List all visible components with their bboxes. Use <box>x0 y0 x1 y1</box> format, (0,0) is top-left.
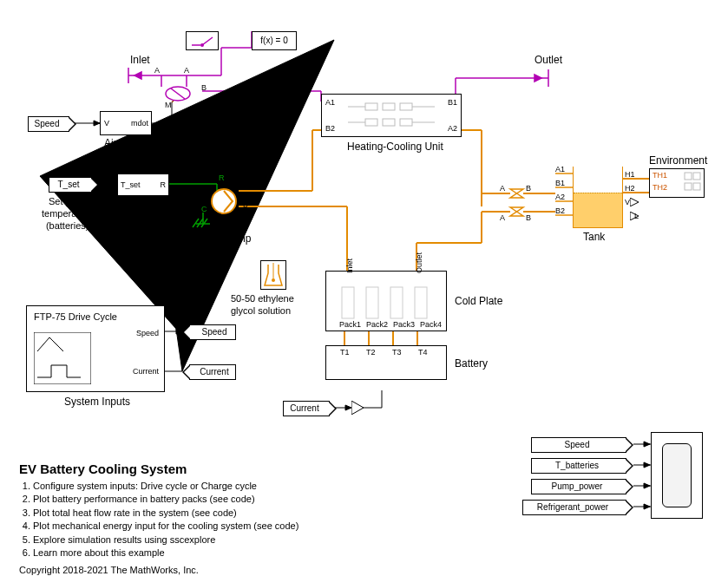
goto-current-tag[interactable]: Current <box>189 364 236 380</box>
from-speed-tag[interactable]: Speed <box>28 116 69 132</box>
system-inputs-block[interactable]: FTP-75 Drive Cycle Speed Current <box>26 305 165 392</box>
from-current-tag[interactable]: Current <box>283 401 330 416</box>
pump-port-c: C <box>201 205 207 213</box>
orif1-b: B <box>526 184 531 193</box>
svg-rect-75 <box>383 103 395 110</box>
svg-marker-34 <box>644 483 650 488</box>
svg-rect-96 <box>34 332 91 384</box>
step-4[interactable]: Plot mechanical energy input for the coo… <box>33 520 298 531</box>
svg-marker-36 <box>644 504 650 509</box>
pump-icon <box>208 186 239 217</box>
svg-marker-91 <box>351 401 364 415</box>
set-point-label: Set point temperature (batteries) <box>42 196 93 232</box>
step-1[interactable]: Configure system inputs: Drive cycle or … <box>33 481 257 491</box>
pump-label: Pump <box>224 232 251 245</box>
sysin-port-current: Current <box>133 367 159 376</box>
air-stream-label: Air Stream <box>104 137 154 149</box>
svg-line-71 <box>202 37 213 45</box>
svg-rect-87 <box>342 287 354 318</box>
svg-rect-79 <box>400 119 412 126</box>
outlet-label: Outlet <box>535 54 562 66</box>
valve-port-a: A <box>154 66 160 75</box>
tank-port-b1: B1 <box>555 179 565 187</box>
svg-rect-88 <box>366 287 378 318</box>
valve-port-m: M <box>165 101 172 109</box>
converter-block[interactable] <box>351 401 364 415</box>
air-stream-port-v: V <box>104 119 109 128</box>
step-2[interactable]: Plot battery performance in battery pack… <box>33 494 255 504</box>
cold-plate-internal-icon <box>326 272 446 331</box>
controller-port-tset: T_set <box>121 180 141 189</box>
diagram-title: EV Battery Cooling System <box>19 461 298 476</box>
svg-marker-30 <box>644 442 650 447</box>
svg-rect-78 <box>383 119 395 126</box>
tank-port-h2: H2 <box>625 184 635 193</box>
steps-list: Configure system inputs: Drive cycle or … <box>19 480 298 560</box>
controller-block[interactable]: T_set R <box>117 173 169 196</box>
svg-rect-90 <box>415 287 427 318</box>
controller-port-r: R <box>161 180 167 189</box>
orif1-a: A <box>500 184 505 193</box>
heating-cooling-label: Heating-Cooling Unit <box>347 141 443 153</box>
valve-port-a2: A <box>184 66 189 75</box>
pump-block[interactable] <box>208 186 239 217</box>
svg-marker-32 <box>644 462 650 468</box>
wave-icon <box>34 332 91 384</box>
battery-block[interactable]: T1 T2 T3 T4 <box>325 345 447 380</box>
from-scope-ref[interactable]: Refrigerant_power <box>522 500 626 515</box>
pump-port-b: B <box>243 203 248 212</box>
svg-line-42 <box>197 219 203 227</box>
svg-marker-22 <box>176 329 182 334</box>
air-stream-block[interactable]: V mdot <box>100 111 152 135</box>
tank-port-a1: A1 <box>555 165 565 173</box>
svg-line-43 <box>201 219 207 227</box>
inlet-label: Inlet <box>130 54 150 66</box>
svg-rect-93 <box>693 173 700 180</box>
fluid-props-block[interactable] <box>260 260 286 290</box>
svg-point-86 <box>272 278 275 282</box>
from-scope-tbat[interactable]: T_batteries <box>531 458 626 474</box>
solver-config-block[interactable]: f(x) = 0 <box>252 31 297 50</box>
tri-icon-l <box>630 212 642 220</box>
svg-rect-76 <box>400 103 412 110</box>
cold-plate-label: Cold Plate <box>455 295 502 307</box>
from-scope-speed[interactable]: Speed <box>531 437 626 453</box>
copyright-text: Copyright 2018-2021 The MathWorks, Inc. <box>19 565 298 575</box>
step-5[interactable]: Explore simulation results using sscexpl… <box>33 534 215 545</box>
heating-cooling-block[interactable]: A1 B2 B1 A2 <box>321 94 462 137</box>
tank-block[interactable] <box>573 167 623 228</box>
svg-rect-89 <box>390 287 403 318</box>
beaker-icon <box>261 261 285 289</box>
orif2-b: B <box>526 213 531 222</box>
step-6[interactable]: Learn more about this example <box>33 547 165 558</box>
bat-port-t2: T2 <box>366 348 376 357</box>
tank-port-a2: A2 <box>555 193 565 201</box>
switch-icon <box>187 32 218 49</box>
orif2-a: A <box>500 213 505 222</box>
svg-marker-1 <box>134 72 141 79</box>
environment-label: Environment <box>649 154 707 167</box>
svg-marker-14 <box>535 75 541 82</box>
svg-marker-98 <box>630 212 639 220</box>
svg-marker-97 <box>630 198 639 206</box>
drive-cycle-text: FTP-75 Drive Cycle <box>34 311 117 322</box>
environment-block[interactable]: TH1 TH2 <box>649 168 705 198</box>
from-tset-tag[interactable]: T_set <box>49 177 92 193</box>
svg-rect-92 <box>685 173 692 180</box>
step-3[interactable]: Plot total heat flow rate in the system … <box>33 507 237 518</box>
goto-speed-tag[interactable]: Speed <box>189 324 236 340</box>
from-scope-pump[interactable]: Pump_power <box>531 479 626 494</box>
svg-marker-20 <box>111 181 117 187</box>
switch-block[interactable] <box>186 31 219 50</box>
air-flow-rate-label: Air flow rate <box>182 118 233 128</box>
hc-internal-icon <box>322 95 461 136</box>
valve-port-b: B <box>201 83 207 92</box>
svg-marker-16 <box>94 121 100 126</box>
tank-label: Tank <box>583 231 605 243</box>
sysin-port-speed: Speed <box>136 329 159 337</box>
bat-port-t3: T3 <box>392 348 402 357</box>
svg-rect-94 <box>685 183 692 190</box>
scope-block[interactable] <box>651 432 703 519</box>
cold-plate-block[interactable]: Pack1 Pack2 Pack3 Pack4 Inlet Outlet <box>325 271 447 331</box>
cp-port-outlet: Outlet <box>415 252 423 273</box>
